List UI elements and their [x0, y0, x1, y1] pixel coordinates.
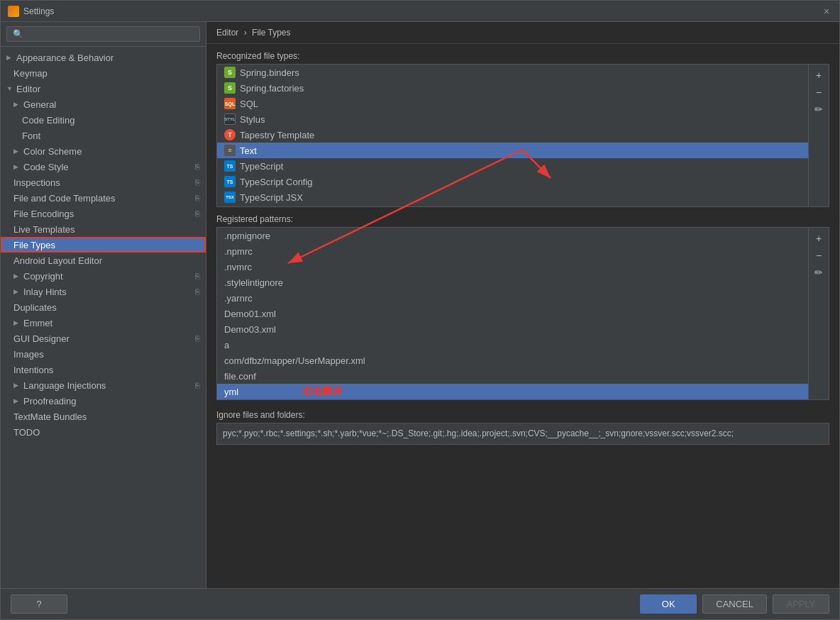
sidebar-item-code-style[interactable]: ▶ Code Style ⎘	[1, 159, 206, 175]
copy-icon: ⎘	[195, 194, 200, 202]
expand-arrow: ▶	[13, 288, 21, 295]
sidebar-item-general[interactable]: ▶ General	[1, 96, 206, 112]
list-item[interactable]: STYL Stylus	[217, 111, 808, 127]
list-item[interactable]: S Spring.binders	[217, 65, 808, 80]
pattern-item[interactable]: .npmignore	[217, 228, 808, 243]
annotation-text: 把他删掉	[302, 385, 342, 398]
ignore-value: pyc;*.pyo;*.rbc;*.settings;*.sh;*.yarb;*…	[216, 423, 829, 445]
main-content: ▶ Appearance & Behavior Keymap ▼ Editor …	[1, 22, 839, 588]
registered-list-box[interactable]: .npmignore .npmrc .nvmrc .stylelintignor…	[217, 228, 808, 399]
list-item[interactable]: TS TypeScript Config	[217, 174, 808, 189]
edit-file-type-button[interactable]: ✏	[810, 101, 827, 117]
sidebar-item-appearance[interactable]: ▶ Appearance & Behavior	[1, 50, 206, 65]
breadcrumb-sep: ›	[244, 28, 247, 38]
pattern-name: .npmignore	[224, 231, 270, 241]
expand-arrow: ▶	[13, 101, 21, 108]
file-type-name: TypeScript JSX	[240, 192, 303, 203]
sidebar-item-todo[interactable]: TODO	[1, 424, 206, 440]
sidebar-label: Intentions	[13, 365, 53, 375]
pattern-item[interactable]: .npmrc	[217, 243, 808, 259]
sidebar-item-images[interactable]: Images	[1, 346, 206, 362]
add-file-type-button[interactable]: +	[810, 67, 827, 83]
ignore-label: Ignore files and folders:	[216, 410, 829, 420]
sidebar-item-file-code-templates[interactable]: File and Code Templates ⎘	[1, 190, 206, 206]
pattern-name: file.conf	[224, 371, 256, 382]
expand-arrow: ▶	[13, 382, 21, 389]
copy-icon: ⎘	[195, 178, 200, 187]
pattern-name: .nvmrc	[224, 262, 252, 272]
sidebar-item-inlay-hints[interactable]: ▶ Inlay Hints ⎘	[1, 284, 206, 299]
list-item[interactable]: TSX TypeScript JSX	[217, 189, 808, 205]
list-item[interactable]: S Spring.factories	[217, 80, 808, 96]
list-item-text[interactable]: ≡ Text	[217, 143, 808, 158]
sidebar-item-color-scheme[interactable]: ▶ Color Scheme	[1, 143, 206, 159]
help-button[interactable]: ?	[11, 594, 67, 614]
apply-button[interactable]: APPLY	[773, 594, 829, 614]
file-type-icon: TSX	[224, 192, 236, 203]
sidebar-item-gui-designer[interactable]: GUI Designer ⎘	[1, 331, 206, 346]
file-type-name: Spring.factories	[240, 83, 304, 94]
file-type-icon: SQL	[224, 98, 236, 109]
pattern-item[interactable]: .stylelintignore	[217, 275, 808, 290]
file-type-icon: TS	[224, 176, 236, 187]
sidebar-item-font[interactable]: Font	[1, 128, 206, 143]
sidebar-item-duplicates[interactable]: Duplicates	[1, 299, 206, 315]
sidebar-item-keymap[interactable]: Keymap	[1, 65, 206, 81]
list-item[interactable]: TS TypeScript	[217, 158, 808, 174]
sidebar-item-textmate[interactable]: TextMate Bundles	[1, 409, 206, 424]
sidebar-item-android-layout[interactable]: Android Layout Editor	[1, 253, 206, 268]
sidebar-label: Color Scheme	[23, 146, 82, 157]
sidebar-label: Live Templates	[13, 224, 74, 235]
breadcrumb-parent: Editor	[216, 28, 238, 38]
pattern-name: com/dfbz/mapper/UserMapper.xml	[224, 355, 365, 366]
sidebar-item-live-templates[interactable]: Live Templates	[1, 221, 206, 237]
close-button[interactable]: ×	[821, 6, 832, 17]
pattern-item[interactable]: .nvmrc	[217, 259, 808, 275]
expand-arrow: ▶	[13, 163, 21, 170]
ok-button[interactable]: OK	[640, 594, 697, 614]
pattern-name: a	[224, 340, 229, 350]
pattern-item[interactable]: Demo03.xml	[217, 321, 808, 337]
file-type-name: SQL	[240, 99, 258, 109]
remove-file-type-button[interactable]: −	[810, 84, 827, 100]
sidebar-label: Editor	[16, 84, 40, 94]
sidebar-label: File and Code Templates	[13, 193, 116, 204]
ignore-section: Ignore files and folders: pyc;*.pyo;*.rb…	[216, 410, 829, 445]
edit-pattern-button[interactable]: ✏	[810, 265, 827, 280]
sidebar-item-proofreading[interactable]: ▶ Proofreading	[1, 393, 206, 409]
copy-icon: ⎘	[195, 381, 200, 389]
sidebar-item-intentions[interactable]: Intentions	[1, 362, 206, 377]
pattern-item[interactable]: .yarnrc	[217, 290, 808, 306]
sidebar-item-file-encodings[interactable]: File Encodings ⎘	[1, 206, 206, 221]
cancel-button[interactable]: CANCEL	[702, 594, 767, 614]
sidebar-item-file-types[interactable]: File Types	[1, 237, 206, 253]
sidebar-item-emmet[interactable]: ▶ Emmet	[1, 315, 206, 331]
pattern-item[interactable]: a	[217, 337, 808, 353]
recognized-list-box[interactable]: S Spring.binders S Spring.factories SQL …	[217, 65, 808, 206]
file-type-icon: T	[224, 129, 236, 140]
add-pattern-button[interactable]: +	[810, 231, 827, 246]
remove-pattern-button[interactable]: −	[810, 248, 827, 263]
registered-section: Registered patterns: .npmignore .npmrc .…	[216, 214, 829, 400]
pattern-name: .stylelintignore	[224, 277, 283, 288]
pattern-name: Demo03.xml	[224, 324, 276, 335]
pattern-item[interactable]: com/dfbz/mapper/UserMapper.xml	[217, 353, 808, 368]
recognized-section: Recognized file types: S Spring.binders …	[216, 51, 829, 207]
sidebar-label: Images	[13, 349, 44, 360]
sidebar-item-copyright[interactable]: ▶ Copyright ⎘	[1, 268, 206, 284]
list-item[interactable]: V Velocity Template	[217, 205, 808, 206]
sidebar-item-language-injections[interactable]: ▶ Language Injections ⎘	[1, 377, 206, 393]
file-type-name: Stylus	[240, 114, 265, 125]
search-input[interactable]	[6, 26, 200, 42]
recognized-list-actions: + − ✏	[808, 65, 829, 206]
pattern-item[interactable]: Demo01.xml	[217, 306, 808, 321]
list-item[interactable]: SQL SQL	[217, 96, 808, 111]
pattern-item[interactable]: file.conf	[217, 368, 808, 384]
breadcrumb-current: File Types	[252, 28, 290, 38]
file-type-name: Text	[240, 145, 257, 156]
sidebar-item-code-editing[interactable]: Code Editing	[1, 112, 206, 128]
list-item[interactable]: T Tapestry Template	[217, 127, 808, 143]
sidebar-item-editor[interactable]: ▼ Editor	[1, 81, 206, 96]
sidebar-item-inspections[interactable]: Inspections ⎘	[1, 175, 206, 190]
pattern-item-yml[interactable]: yml 把他删掉	[217, 384, 808, 399]
